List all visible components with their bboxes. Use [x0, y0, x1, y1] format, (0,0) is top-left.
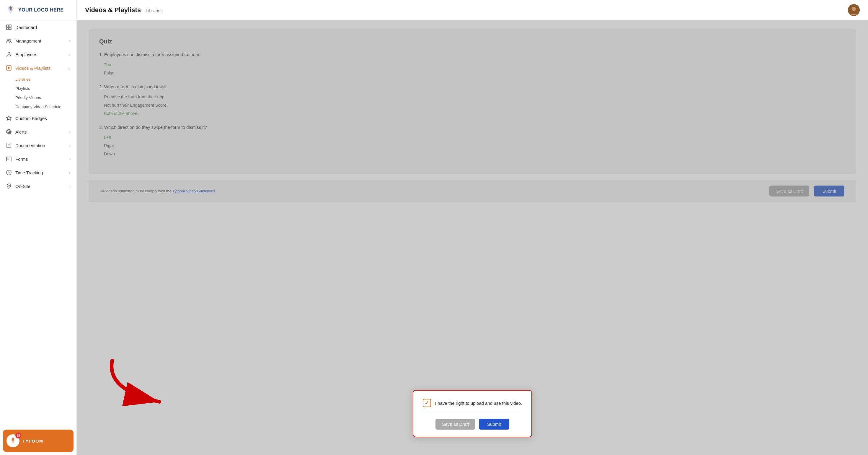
tyfoom-label: TYFOOM — [23, 438, 43, 444]
tyfoom-button[interactable]: 69 TYFOOM — [3, 430, 73, 452]
sidebar-item-forms[interactable]: Forms › — [0, 152, 76, 166]
pin-icon — [6, 183, 12, 189]
forms-icon — [6, 156, 12, 162]
checkbox-row: ✓ I have the right to upload and use thi… — [423, 399, 522, 407]
logo-area[interactable]: YOUR LOGO HERE — [0, 0, 76, 20]
chevron-management: › — [69, 39, 70, 43]
person-icon — [6, 51, 12, 57]
arrow-annotation — [100, 354, 189, 414]
notification-badge: 69 — [16, 432, 21, 438]
svg-point-4 — [7, 39, 9, 41]
tyfoom-logo: 69 — [6, 434, 20, 447]
main-content: Videos & Playlists Libraries Quiz 1. Emp… — [77, 0, 868, 455]
sidebar-label-management: Management — [16, 38, 41, 44]
svg-point-5 — [9, 39, 11, 40]
upload-rights-checkbox[interactable]: ✓ — [423, 399, 431, 407]
sidebar-label-employees: Employees — [16, 52, 37, 57]
chevron-videos: ⌄ — [67, 66, 70, 70]
sidebar-item-time-tracking[interactable]: Time Tracking › — [0, 166, 76, 179]
sidebar: YOUR LOGO HERE Dashboard Management › — [0, 0, 77, 455]
sidebar-label-time-tracking: Time Tracking — [16, 170, 43, 175]
sidebar-item-employees[interactable]: Employees › — [0, 48, 76, 61]
logo-text: YOUR LOGO HERE — [18, 7, 64, 13]
chevron-employees: › — [69, 52, 70, 57]
modal-overlay: ✓ I have the right to upload and use thi… — [77, 20, 868, 455]
sidebar-item-alerts[interactable]: Alerts › — [0, 125, 76, 139]
sidebar-label-alerts: Alerts — [16, 130, 27, 135]
sidebar-label-documentation: Documentation — [16, 143, 45, 148]
chevron-forms: › — [69, 157, 70, 161]
alert-icon — [6, 129, 12, 135]
page-subtitle: Libraries — [146, 8, 163, 13]
subnav-priority-videos[interactable]: Priority Videos — [0, 93, 76, 102]
modal-buttons: Save as Draft Submit — [423, 419, 522, 430]
svg-point-6 — [8, 52, 10, 54]
svg-point-12 — [7, 130, 11, 134]
users-icon — [6, 38, 12, 44]
svg-rect-0 — [6, 25, 8, 27]
subnav-playlists[interactable]: Playlists — [0, 84, 76, 93]
chevron-on-site: › — [69, 184, 70, 189]
page-title: Videos & Playlists — [85, 6, 141, 13]
play-icon — [6, 65, 12, 71]
sidebar-item-custom-badges[interactable]: Custom Badges — [0, 111, 76, 125]
save-draft-button[interactable]: Save as Draft — [435, 419, 475, 430]
svg-line-23 — [9, 173, 10, 173]
sidebar-label-badges: Custom Badges — [16, 116, 47, 121]
sidebar-label-on-site: On-Site — [16, 184, 30, 189]
videos-sub-nav: Libraries Playlists Priority Videos Comp… — [0, 75, 76, 111]
svg-point-24 — [8, 185, 10, 187]
sidebar-item-on-site[interactable]: On-Site › — [0, 179, 76, 193]
svg-point-11 — [8, 131, 10, 133]
svg-rect-3 — [9, 27, 11, 30]
grid-icon — [6, 24, 12, 30]
chevron-alerts: › — [69, 130, 70, 134]
subnav-company-video-schedule[interactable]: Company Video Schedule — [0, 102, 76, 111]
topbar: Videos & Playlists Libraries — [77, 0, 868, 20]
modal-dialog: ✓ I have the right to upload and use thi… — [413, 390, 532, 437]
submit-button[interactable]: Submit — [479, 419, 509, 430]
sidebar-item-documentation[interactable]: Documentation › — [0, 139, 76, 152]
subnav-libraries[interactable]: Libraries — [0, 75, 76, 84]
badge-icon — [6, 115, 12, 121]
sidebar-label-dashboard: Dashboard — [16, 25, 37, 30]
chevron-time: › — [69, 170, 70, 175]
checkbox-label: I have the right to upload and use this … — [435, 401, 522, 406]
doc-icon — [6, 142, 12, 148]
svg-marker-8 — [8, 67, 10, 69]
sidebar-item-videos-playlists[interactable]: Videos & Playlists ⌄ — [0, 61, 76, 75]
svg-rect-13 — [7, 143, 11, 148]
svg-marker-9 — [6, 116, 11, 120]
sidebar-label-videos: Videos & Playlists — [16, 65, 51, 70]
svg-point-26 — [852, 7, 856, 11]
svg-rect-1 — [9, 25, 11, 27]
svg-rect-2 — [6, 27, 8, 30]
logo-icon — [6, 5, 16, 15]
sidebar-item-dashboard[interactable]: Dashboard — [0, 20, 76, 34]
chevron-documentation: › — [69, 143, 70, 148]
topbar-title-area: Videos & Playlists Libraries — [85, 6, 163, 14]
clock-icon — [6, 170, 12, 175]
user-avatar[interactable] — [848, 4, 860, 16]
sidebar-item-management[interactable]: Management › — [0, 34, 76, 48]
sidebar-label-forms: Forms — [16, 157, 28, 162]
checkmark-icon: ✓ — [425, 400, 429, 406]
